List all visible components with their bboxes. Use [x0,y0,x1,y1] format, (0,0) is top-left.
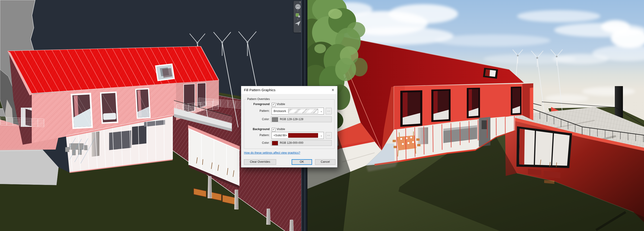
fill-pattern-graphics-dialog: Fill Pattern Graphics ✕ Pattern Override… [241,86,338,168]
combobox-chevron-icon[interactable]: ⌄ [320,108,322,114]
background-label: Background [244,128,270,131]
foreground-color-value: RGB 128-128-128 [280,117,303,122]
background-pattern-value: <Solid fill> [274,132,287,139]
background-pattern-combobox[interactable]: <Solid fill> ⌄ [272,132,324,139]
help-link[interactable]: How do these settings affect view graphi… [244,151,300,154]
navbar-close-icon[interactable]: ✕ [299,1,301,3]
foreground-color-field[interactable]: RGB 128-128-128 [271,116,332,122]
navbar-customize-icon[interactable]: ⌄ [299,30,301,32]
steering-wheel-menu-chevron-icon[interactable]: ▾ [298,10,298,11]
foreground-pattern-value: Brickwork [274,108,286,114]
clear-overrides-button[interactable]: Clear Overrides [244,159,276,165]
brickwork-pattern-preview [288,109,318,113]
foreground-visible-checkbox[interactable]: ✓ [272,103,276,106]
cancel-button[interactable]: Cancel [315,159,336,165]
fly-navigation-icon[interactable] [294,20,301,27]
background-color-swatch [272,141,278,145]
foreground-pattern-combobox[interactable]: Brickwork ⌄ [272,108,324,115]
background-color-value: RGB 128-000-000 [280,140,303,146]
solid-fill-pattern-preview [288,133,318,138]
right-rendered-view[interactable] [308,0,644,231]
foreground-label: Foreground [244,103,270,106]
right-view-canvas [308,0,644,231]
dialog-close-icon[interactable]: ✕ [330,88,335,92]
dialog-title: Fill Pattern Graphics [244,86,276,94]
background-color-field[interactable]: RGB 128-000-000 [271,140,332,146]
left-skylight [156,64,174,81]
zoom-menu-chevron-icon[interactable]: ▾ [298,18,298,20]
application-window: ✕ ▾ ▾ [0,0,644,231]
foreground-color-label: Color: [244,118,270,121]
render-skylight [483,68,498,79]
dialog-titlebar[interactable]: Fill Pattern Graphics [241,86,337,94]
foreground-pattern-label: Pattern: [244,109,270,112]
ok-button[interactable]: OK [292,159,312,165]
background-visible-label: Visible [276,128,285,131]
background-color-label: Color: [244,141,270,144]
background-visible-checkbox[interactable]: ✓ [272,128,276,131]
foreground-color-swatch [272,117,278,122]
navigation-bar: ✕ ▾ ▾ [294,1,301,33]
combobox-chevron-icon[interactable]: ⌄ [320,132,322,139]
steering-wheel-icon[interactable] [294,3,301,10]
background-pattern-browse-button[interactable]: ... [326,132,332,139]
background-pattern-label: Pattern: [244,134,270,137]
render-porch [522,83,533,120]
foreground-pattern-browse-button[interactable]: ... [326,108,332,114]
zoom-region-icon[interactable] [294,13,301,18]
group-title: Pattern Overrides [246,97,271,101]
foreground-visible-label: Visible [276,103,285,106]
